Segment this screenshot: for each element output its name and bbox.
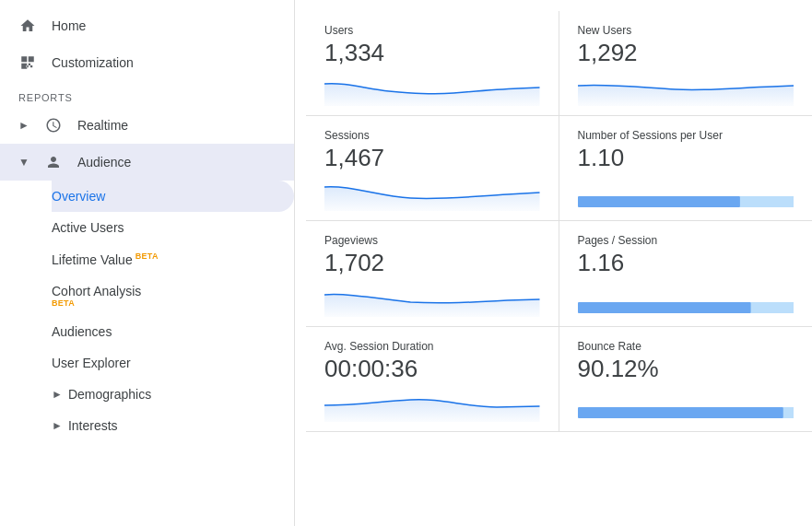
sidebar-item-customization[interactable]: Customization bbox=[0, 44, 294, 81]
cohort-beta-badge: BETA bbox=[52, 299, 141, 308]
pages-per-session-label: Pages / Session bbox=[578, 234, 794, 247]
svg-rect-1 bbox=[578, 196, 740, 207]
user-explorer-label: User Explorer bbox=[52, 356, 131, 370]
users-sparkline bbox=[324, 73, 540, 106]
realtime-icon bbox=[44, 116, 63, 134]
interests-chevron-icon: ► bbox=[52, 419, 63, 432]
audiences-label: Audiences bbox=[52, 324, 112, 339]
metrics-grid: Users 1,334 New Users 1,292 bbox=[306, 11, 812, 432]
sidebar-item-overview[interactable]: Overview bbox=[52, 181, 294, 212]
sessions-sparkline bbox=[324, 178, 540, 211]
home-icon bbox=[18, 17, 37, 35]
new-users-label: New Users bbox=[578, 24, 794, 37]
metric-card-new-users: New Users 1,292 bbox=[559, 11, 813, 116]
avg-session-duration-value: 00:00:36 bbox=[324, 355, 540, 383]
svg-rect-3 bbox=[578, 302, 751, 313]
bounce-rate-sparkline bbox=[578, 389, 794, 422]
sessions-per-user-value: 1.10 bbox=[578, 144, 794, 172]
audience-label: Audience bbox=[77, 155, 131, 169]
avg-session-duration-sparkline bbox=[324, 389, 540, 422]
sidebar-item-interests[interactable]: ► Interests bbox=[52, 410, 294, 441]
pageviews-value: 1,702 bbox=[324, 249, 540, 277]
sidebar-item-realtime[interactable]: ► Realtime bbox=[0, 107, 294, 144]
chevron-right-icon: ► bbox=[18, 119, 29, 132]
audience-sub-items: Overview Active Users Lifetime ValueBETA… bbox=[0, 181, 294, 441]
metric-card-avg-session-duration: Avg. Session Duration 00:00:36 bbox=[306, 327, 559, 432]
sidebar: Home Customization REPORTS ► Realtime ▼ … bbox=[0, 0, 295, 526]
overview-label: Overview bbox=[52, 189, 105, 204]
cohort-analysis-label: Cohort AnalysisBETA bbox=[52, 284, 141, 308]
sidebar-item-user-explorer[interactable]: User Explorer bbox=[52, 347, 294, 379]
pages-per-session-value: 1.16 bbox=[578, 249, 794, 277]
avg-session-duration-label: Avg. Session Duration bbox=[324, 340, 540, 353]
sessions-label: Sessions bbox=[324, 129, 540, 142]
metric-card-pages-per-session: Pages / Session 1.16 bbox=[559, 221, 813, 326]
pageviews-label: Pageviews bbox=[324, 234, 540, 247]
active-users-label: Active Users bbox=[52, 220, 124, 235]
audience-icon bbox=[44, 153, 63, 171]
interests-label: Interests bbox=[68, 418, 118, 433]
sidebar-item-demographics[interactable]: ► Demographics bbox=[52, 379, 294, 410]
sessions-per-user-sparkline bbox=[578, 178, 794, 211]
bounce-rate-label: Bounce Rate bbox=[578, 340, 794, 353]
demographics-chevron-icon: ► bbox=[52, 388, 63, 401]
svg-rect-5 bbox=[578, 407, 783, 418]
metric-card-bounce-rate: Bounce Rate 90.12% bbox=[559, 327, 813, 432]
lifetime-value-label: Lifetime ValueBETA bbox=[52, 251, 159, 267]
metric-card-sessions-per-user: Number of Sessions per User 1.10 bbox=[559, 116, 813, 221]
sidebar-item-cohort-analysis[interactable]: Cohort AnalysisBETA bbox=[52, 275, 294, 316]
sidebar-item-audiences[interactable]: Audiences bbox=[52, 316, 294, 347]
reports-section-label: REPORTS bbox=[0, 81, 294, 107]
sidebar-item-lifetime-value[interactable]: Lifetime ValueBETA bbox=[52, 243, 294, 275]
metric-card-pageviews: Pageviews 1,702 bbox=[306, 221, 559, 326]
home-label: Home bbox=[52, 18, 86, 33]
main-content: Users 1,334 New Users 1,292 bbox=[295, 0, 812, 526]
metric-card-users: Users 1,334 bbox=[306, 11, 559, 116]
new-users-value: 1,292 bbox=[578, 39, 794, 67]
customization-label: Customization bbox=[52, 55, 134, 70]
realtime-label: Realtime bbox=[77, 118, 128, 133]
lifetime-value-beta-badge: BETA bbox=[135, 251, 159, 261]
demographics-label: Demographics bbox=[68, 387, 151, 402]
metric-card-sessions: Sessions 1,467 bbox=[306, 116, 559, 221]
sidebar-item-audience[interactable]: ▼ Audience bbox=[0, 144, 294, 181]
sessions-per-user-label: Number of Sessions per User bbox=[578, 129, 794, 142]
pages-per-session-sparkline bbox=[578, 284, 794, 317]
new-users-sparkline bbox=[578, 73, 794, 106]
users-value: 1,334 bbox=[324, 39, 540, 67]
sidebar-item-home[interactable]: Home bbox=[0, 7, 294, 44]
customization-icon bbox=[18, 53, 37, 72]
sessions-value: 1,467 bbox=[324, 144, 540, 172]
users-label: Users bbox=[324, 24, 540, 37]
sidebar-item-active-users[interactable]: Active Users bbox=[52, 212, 294, 243]
bounce-rate-value: 90.12% bbox=[578, 355, 794, 383]
pageviews-sparkline bbox=[324, 284, 540, 317]
chevron-down-icon: ▼ bbox=[18, 156, 29, 169]
